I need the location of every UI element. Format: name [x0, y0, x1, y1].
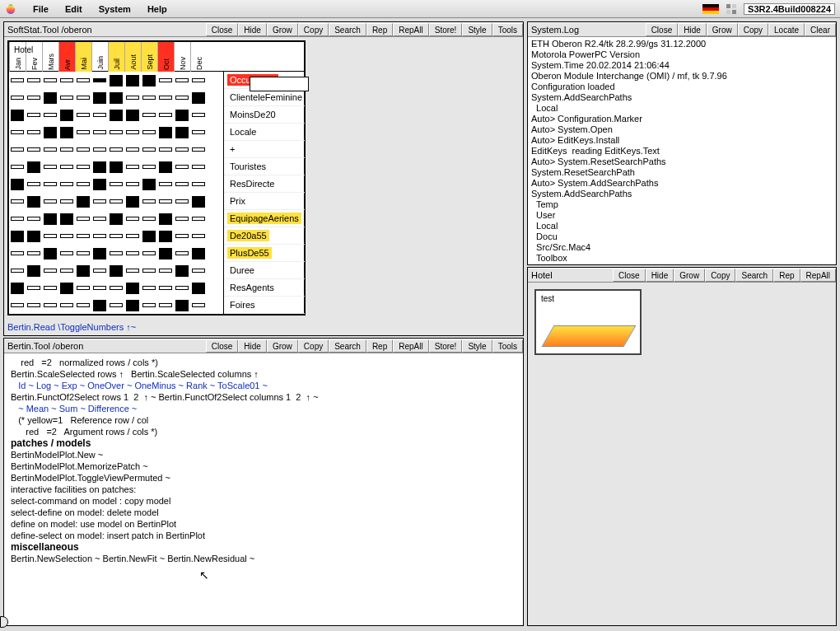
- log-line[interactable]: Local: [531, 103, 833, 114]
- bertin-cell[interactable]: [91, 89, 108, 106]
- bertin-cell[interactable]: [157, 89, 174, 106]
- bertin-cell[interactable]: [75, 141, 91, 158]
- log-line[interactable]: Docu: [531, 231, 833, 242]
- bertin-cell[interactable]: [58, 124, 75, 141]
- bertin-cell[interactable]: [9, 245, 26, 262]
- log-line[interactable]: Configuration loaded: [531, 82, 833, 92]
- hotel-repall-button[interactable]: RepAll: [800, 269, 836, 282]
- softstat-copy-button[interactable]: Copy: [298, 23, 329, 36]
- bertin-cell[interactable]: [124, 279, 141, 297]
- bertin-row[interactable]: [9, 124, 223, 141]
- bertin-cell[interactable]: [108, 245, 124, 262]
- bertin-cell[interactable]: [42, 141, 58, 158]
- bertin-cell[interactable]: [157, 245, 174, 262]
- bertin-cell[interactable]: [174, 262, 190, 279]
- log-line[interactable]: System.Time 20.02.2014 21:06:44: [531, 60, 833, 71]
- bertin-cell[interactable]: [26, 141, 42, 158]
- log-line[interactable]: Oberon Module Interchange (OMI) / mf, tk…: [531, 71, 833, 82]
- bertin-row[interactable]: [9, 89, 223, 106]
- bertin-row[interactable]: [9, 262, 223, 279]
- bertin-cell[interactable]: [58, 262, 75, 279]
- bertin-row-label[interactable]: De20a55: [224, 227, 305, 245]
- log-line[interactable]: Auto> System.Open: [531, 124, 833, 135]
- systemlog-clear-button[interactable]: Clear: [805, 23, 836, 36]
- tool-text-line[interactable]: Bertin.NewSelection ~ Bertin.NewFit ~ Be…: [11, 553, 516, 564]
- bertin-cell[interactable]: [190, 227, 207, 245]
- month-avr[interactable]: Avr: [58, 42, 75, 72]
- bertin-cell[interactable]: [174, 245, 190, 262]
- bertin-cell[interactable]: [190, 175, 207, 193]
- tool-text-line[interactable]: select-command on model : copy model: [11, 495, 516, 507]
- bertin-cell[interactable]: [9, 297, 26, 314]
- bertin-cell[interactable]: [124, 72, 141, 89]
- log-line[interactable]: Auto> Configuration.Marker: [531, 114, 833, 124]
- month-mars[interactable]: Mars: [42, 42, 58, 72]
- bertin-cell[interactable]: [42, 297, 58, 314]
- bertin-cell[interactable]: [9, 72, 26, 89]
- bertin-cell[interactable]: [124, 175, 141, 193]
- bertin-cell[interactable]: [157, 210, 174, 227]
- bertin-row[interactable]: [9, 106, 223, 124]
- bertin-cell[interactable]: [42, 72, 58, 89]
- bertin-cell[interactable]: [42, 279, 58, 297]
- bertin-row-label[interactable]: ResAgents: [224, 279, 305, 297]
- bertin-cell[interactable]: [58, 141, 75, 158]
- bertin-cell[interactable]: [58, 106, 75, 124]
- bertin-cell[interactable]: [75, 193, 91, 210]
- bertin-cell[interactable]: [108, 227, 124, 245]
- bertin-cell[interactable]: [174, 141, 190, 158]
- bertin-cell[interactable]: [91, 193, 108, 210]
- flag-de-icon[interactable]: [702, 4, 719, 14]
- bertin-cell[interactable]: [75, 227, 91, 245]
- bertin-cell[interactable]: [141, 141, 157, 158]
- bertin-row-label[interactable]: Foires: [224, 297, 305, 314]
- bertin-cell[interactable]: [141, 262, 157, 279]
- bertin-cell[interactable]: [26, 297, 42, 314]
- bertin-cell[interactable]: [141, 72, 157, 89]
- bertin-cell[interactable]: [141, 227, 157, 245]
- bertin-cell[interactable]: [9, 262, 26, 279]
- bertin-cell[interactable]: [26, 227, 42, 245]
- tool-text-line[interactable]: BertinModelPlot.ToggleViewPermuted ~: [11, 472, 516, 484]
- bertin-cell[interactable]: [108, 106, 124, 124]
- month-sept[interactable]: Sept: [141, 42, 157, 72]
- bertin-row-label[interactable]: ResDirecte: [224, 175, 305, 193]
- bertin-row[interactable]: [9, 141, 223, 158]
- log-line[interactable]: Temp: [531, 199, 833, 210]
- bertintool-tools-button[interactable]: Tools: [492, 339, 523, 353]
- bertin-cell[interactable]: [141, 245, 157, 262]
- log-line[interactable]: Auto> System.ResetSearchPaths: [531, 157, 833, 167]
- hotel-grow-button[interactable]: Grow: [674, 269, 705, 282]
- bertin-cell[interactable]: [108, 175, 124, 193]
- log-line[interactable]: Local: [531, 221, 833, 231]
- bertintool-hide-button[interactable]: Hide: [238, 339, 267, 353]
- bertin-cell[interactable]: [157, 279, 174, 297]
- bertin-cell[interactable]: [141, 193, 157, 210]
- bertin-cell[interactable]: [174, 72, 190, 89]
- bertin-cell[interactable]: [9, 210, 26, 227]
- log-line[interactable]: Auto> System.AddSearchPaths: [531, 178, 833, 189]
- tool-text-line[interactable]: (* yellow=1 Reference row / col: [11, 414, 516, 426]
- bertin-cell[interactable]: [141, 297, 157, 314]
- month-juil[interactable]: Juil: [108, 42, 124, 72]
- bertin-cell[interactable]: [141, 210, 157, 227]
- bertin-cell[interactable]: [26, 72, 42, 89]
- bertin-cell[interactable]: [75, 279, 91, 297]
- menu-help[interactable]: Help: [139, 4, 175, 14]
- hotel-copy-button[interactable]: Copy: [705, 269, 735, 282]
- bertin-cell[interactable]: [124, 210, 141, 227]
- tool-text-line[interactable]: miscellaneous: [11, 541, 516, 553]
- bertin-cell[interactable]: [174, 106, 190, 124]
- menu-edit[interactable]: Edit: [57, 4, 91, 14]
- bertin-cell[interactable]: [141, 89, 157, 106]
- bertin-row-label[interactable]: ClienteleFeminine: [224, 89, 305, 106]
- log-line[interactable]: System.ResetSearchPath: [531, 167, 833, 178]
- bertin-cell[interactable]: [91, 210, 108, 227]
- log-line[interactable]: EditKeys reading EditKeys.Text: [531, 146, 833, 157]
- bertin-cell[interactable]: [174, 297, 190, 314]
- bertintool-close-button[interactable]: Close: [206, 339, 239, 353]
- bertin-cell[interactable]: [26, 193, 42, 210]
- bertin-cell[interactable]: [58, 193, 75, 210]
- bertin-cell[interactable]: [9, 124, 26, 141]
- bertin-cell[interactable]: [190, 158, 207, 175]
